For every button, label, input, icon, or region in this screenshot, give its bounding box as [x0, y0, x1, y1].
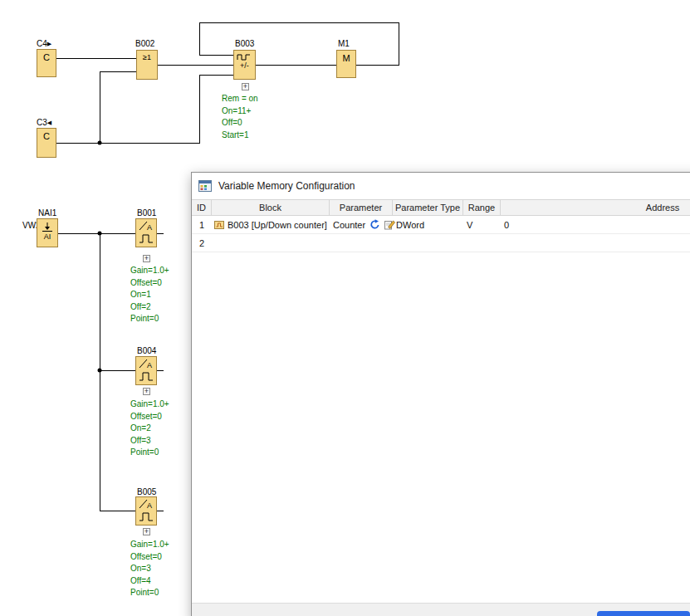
- block-m1-symbol: M: [337, 53, 355, 63]
- block-nai1[interactable]: AI: [37, 218, 58, 247]
- param-line: Gain=1.0+: [130, 539, 169, 551]
- block-b004-expand-toggle[interactable]: +: [143, 388, 150, 395]
- row-parameter-type[interactable]: DWord: [393, 216, 463, 234]
- block-b001-params: Gain=1.0+ Offset=0 On=1 Off=2 Point=0: [130, 265, 169, 325]
- row-parameter-cell[interactable]: [330, 234, 393, 252]
- block-c4-symbol: C: [37, 52, 56, 62]
- param-line: Off=2: [130, 301, 169, 314]
- col-header-address: Address: [501, 200, 690, 215]
- block-b003[interactable]: +/-: [233, 50, 256, 80]
- param-line: Point=0: [130, 447, 169, 459]
- block-c3-label: C3◀: [37, 118, 51, 127]
- memory-grid-icon: [198, 179, 212, 193]
- param-line: Point=0: [130, 313, 169, 325]
- row-parameter-type[interactable]: [393, 234, 463, 252]
- table-body: 1 B003 [Up/Down counter] Counter: [192, 216, 690, 603]
- param-line: Offset=0: [130, 277, 169, 290]
- block-b001[interactable]: A: [135, 218, 157, 247]
- analog-symbol-letter: A: [147, 501, 152, 510]
- analog-trigger-icon: A: [136, 220, 156, 246]
- param-line: Point=0: [130, 587, 169, 599]
- row-range[interactable]: V: [463, 216, 501, 234]
- col-header-parameter: Parameter: [330, 200, 393, 215]
- block-c4[interactable]: C: [37, 49, 56, 77]
- analog-symbol-letter: A: [147, 361, 152, 369]
- row-range[interactable]: [463, 234, 501, 252]
- refresh-icon[interactable]: [369, 219, 380, 230]
- fbd-editor-canvas: C4▶ C B002 ≥1 B003 +/- + Rem = on On=11+…: [0, 0, 690, 616]
- param-line: Off=0: [222, 117, 258, 130]
- param-line: Off=3: [130, 435, 169, 447]
- row-address[interactable]: 0: [501, 216, 690, 234]
- dialog-bottom-bar: [192, 603, 690, 616]
- ok-button[interactable]: [597, 611, 690, 616]
- wire-junction: [98, 232, 102, 236]
- table-row[interactable]: 1 B003 [Up/Down counter] Counter: [192, 216, 690, 234]
- updown-counter-symbol: +/-: [234, 61, 255, 70]
- block-b003-label: B003: [235, 39, 254, 48]
- row-address[interactable]: [501, 234, 690, 252]
- block-c3-symbol: C: [37, 131, 56, 141]
- block-nai1-label: NAI1: [38, 208, 56, 218]
- block-b004-params: Gain=1.0+ Offset=0 On=2 Off=3 Point=0: [130, 398, 169, 459]
- variable-memory-dialog: Variable Memory Configuration ID Block P…: [191, 172, 690, 616]
- table-header: ID Block Parameter Parameter Type Range …: [192, 199, 690, 216]
- wire-junction: [98, 141, 102, 145]
- block-m1[interactable]: M: [336, 50, 356, 78]
- block-b002[interactable]: ≥1: [136, 50, 158, 80]
- row-id: 2: [192, 234, 212, 252]
- table-row[interactable]: 2: [192, 234, 690, 252]
- param-line: Start=1: [222, 130, 258, 142]
- block-b005-expand-toggle[interactable]: +: [143, 528, 150, 535]
- block-c4-label-text: C4: [37, 39, 47, 48]
- param-line: Off=4: [130, 575, 169, 588]
- param-line: Offset=0: [130, 551, 169, 564]
- block-nai1-symbol: AI: [37, 232, 57, 241]
- col-header-id: ID: [192, 200, 212, 215]
- row-block-cell[interactable]: [212, 234, 330, 252]
- block-b001-expand-toggle[interactable]: +: [143, 255, 150, 262]
- block-c3[interactable]: C: [37, 128, 56, 158]
- row-block-text: B003 [Up/Down counter]: [228, 220, 327, 230]
- reference-marker-left-icon: ◀: [47, 120, 51, 125]
- param-line: On=1: [130, 289, 169, 301]
- dialog-titlebar[interactable]: Variable Memory Configuration: [192, 173, 690, 199]
- row-parameter-text: Counter: [333, 220, 365, 230]
- block-b005-params: Gain=1.0+ Offset=0 On=3 Off=4 Point=0: [130, 539, 169, 599]
- counter-wave-icon: [236, 52, 253, 61]
- block-b002-label: B002: [135, 39, 154, 48]
- param-line: Gain=1.0+: [130, 398, 169, 411]
- block-b003-params: Rem = on On=11+ Off=0 Start=1: [222, 93, 258, 141]
- analog-symbol-letter: A: [147, 223, 152, 232]
- row-id: 1: [192, 216, 212, 234]
- block-b004[interactable]: A: [135, 356, 157, 385]
- col-header-range: Range: [463, 200, 501, 215]
- param-line: Offset=0: [130, 411, 169, 423]
- row-block-cell[interactable]: B003 [Up/Down counter]: [212, 216, 330, 234]
- analog-trigger-icon: A: [136, 498, 156, 524]
- block-b005[interactable]: A: [135, 496, 157, 526]
- block-icon: [214, 220, 224, 230]
- param-line: Rem = on: [222, 93, 258, 105]
- col-header-parameter-type: Parameter Type: [393, 200, 463, 215]
- param-line: On=11+: [222, 105, 258, 118]
- or-gate-symbol: ≥1: [137, 53, 157, 61]
- col-header-block: Block: [212, 200, 330, 215]
- dialog-title: Variable Memory Configuration: [218, 180, 355, 192]
- wire-junction: [98, 369, 102, 373]
- row-parameter-cell[interactable]: Counter: [330, 216, 393, 234]
- block-c3-label-text: C3: [37, 118, 47, 127]
- block-b001-label: B001: [137, 208, 156, 218]
- param-line: Gain=1.0+: [130, 265, 169, 277]
- analog-input-arrow-icon: [37, 221, 57, 232]
- block-c4-label: C4▶: [37, 39, 51, 48]
- analog-trigger-icon: A: [136, 358, 156, 384]
- block-b004-label: B004: [137, 346, 156, 355]
- block-b003-expand-toggle[interactable]: +: [242, 83, 249, 90]
- block-m1-label: M1: [338, 39, 350, 48]
- param-line: On=2: [130, 423, 169, 435]
- param-line: On=3: [130, 563, 169, 575]
- block-b005-label: B005: [137, 487, 156, 496]
- reference-marker-right-icon: ▶: [47, 41, 51, 46]
